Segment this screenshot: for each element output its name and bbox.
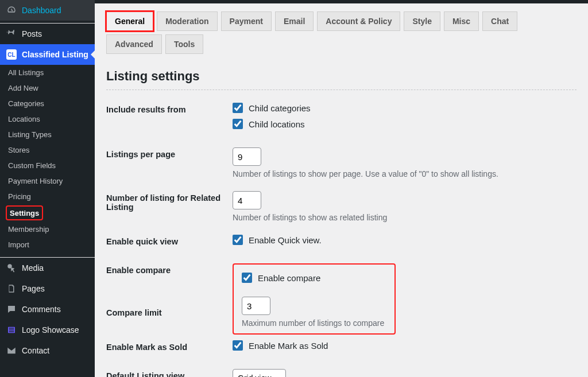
label-include-results: Include results from xyxy=(106,103,233,114)
checkbox-enable-compare[interactable]: Enable compare xyxy=(242,273,384,283)
checkbox-input[interactable] xyxy=(233,119,243,129)
sidebar-item-classified-listing[interactable]: CL Classified Listing xyxy=(0,44,95,65)
label-listings-per-page: Listings per page xyxy=(106,147,233,159)
sidebar-item-label: Media xyxy=(22,263,44,273)
settings-content: General Moderation Payment Email Account… xyxy=(95,0,588,377)
subitem-categories[interactable]: Categories xyxy=(0,96,95,111)
divider xyxy=(106,90,577,90)
tab-payment[interactable]: Payment xyxy=(221,11,272,31)
checkbox-child-locations[interactable]: Child locations xyxy=(233,119,577,129)
checkbox-input[interactable] xyxy=(233,340,243,351)
subitem-add-new[interactable]: Add New xyxy=(0,80,95,96)
sidebar-item-label: Dashboard xyxy=(22,6,61,15)
tab-chat[interactable]: Chat xyxy=(482,11,517,31)
checkbox-input[interactable] xyxy=(242,273,252,283)
sidebar-item-label: Posts xyxy=(22,29,42,38)
logo-showcase-icon xyxy=(6,324,17,336)
label-related-listing: Number of listing for Related Listing xyxy=(106,191,233,212)
svg-rect-2 xyxy=(9,328,14,329)
desc-compare-limit: Maximum number of listings to compare xyxy=(242,318,384,328)
subitem-payment-history[interactable]: Payment History xyxy=(0,173,95,189)
gauge-icon xyxy=(6,5,17,16)
settings-tabs: General Moderation Payment Email Account… xyxy=(106,11,577,54)
input-compare-limit[interactable] xyxy=(242,297,270,315)
svg-rect-4 xyxy=(9,331,14,332)
label-mark-sold: Enable Mark as Sold xyxy=(106,340,233,352)
checkbox-input[interactable] xyxy=(233,103,243,113)
subitem-membership[interactable]: Membership xyxy=(0,221,95,237)
classified-icon: CL xyxy=(6,49,17,60)
admin-sidebar: Dashboard Posts CL Classified Listing Al… xyxy=(0,0,95,377)
subitem-import[interactable]: Import xyxy=(0,237,95,252)
tab-moderation[interactable]: Moderation xyxy=(157,11,217,31)
tab-email[interactable]: Email xyxy=(275,11,314,31)
subitem-all-listings[interactable]: All Listings xyxy=(0,65,95,80)
label-quick-view: Enable quick view xyxy=(106,235,233,246)
subitem-locations[interactable]: Locations xyxy=(0,111,95,127)
mail-icon xyxy=(6,345,17,356)
tab-tools[interactable]: Tools xyxy=(165,34,203,54)
sidebar-item-logo-showcase[interactable]: Logo Showcase xyxy=(0,320,95,340)
media-icon xyxy=(6,262,17,274)
subitem-custom-fields[interactable]: Custom Fields xyxy=(0,158,95,173)
checkbox-mark-sold[interactable]: Enable Mark as Sold xyxy=(233,340,577,351)
checkbox-quick-view[interactable]: Enable Quick view. xyxy=(233,235,577,245)
sidebar-item-comments[interactable]: Comments xyxy=(0,299,95,320)
label-compare-limit: Compare limit xyxy=(106,306,233,317)
tab-advanced[interactable]: Advanced xyxy=(106,34,162,54)
label-default-view: Default Listing view xyxy=(106,369,233,377)
sidebar-item-dashboard[interactable]: Dashboard xyxy=(0,0,95,21)
sidebar-item-label: Classified Listing xyxy=(22,50,88,59)
sidebar-item-label: Comments xyxy=(22,305,61,314)
sidebar-item-label: Contact xyxy=(22,346,49,355)
sidebar-item-label: Pages xyxy=(22,284,45,293)
checkbox-input[interactable] xyxy=(233,235,243,245)
sidebar-item-label: Logo Showcase xyxy=(22,325,79,335)
tab-general[interactable]: General xyxy=(106,11,153,31)
subitem-settings[interactable]: Settings xyxy=(10,209,39,217)
input-listings-per-page[interactable] xyxy=(233,147,261,166)
checkbox-child-categories[interactable]: Child categories xyxy=(233,103,577,113)
desc-listings-per-page: Number of listings to show per page. Use… xyxy=(233,169,577,178)
subitem-listing-types[interactable]: Listing Types xyxy=(0,127,95,142)
sidebar-item-media[interactable]: Media xyxy=(0,258,95,278)
input-related-listing[interactable] xyxy=(233,191,261,209)
page-title: Listing settings xyxy=(106,69,577,84)
svg-rect-3 xyxy=(9,329,14,331)
sidebar-item-posts[interactable]: Posts xyxy=(0,24,95,44)
comment-icon xyxy=(6,304,17,315)
tab-misc[interactable]: Misc xyxy=(444,11,479,31)
subitem-pricing[interactable]: Pricing xyxy=(0,189,95,204)
subitem-stores[interactable]: Stores xyxy=(0,142,95,158)
select-default-view[interactable]: Grid view xyxy=(233,369,286,377)
label-enable-compare: Enable compare xyxy=(106,263,233,275)
page-icon xyxy=(6,283,17,294)
pin-icon xyxy=(6,28,17,40)
tab-style[interactable]: Style xyxy=(404,11,440,31)
sidebar-item-contact[interactable]: Contact xyxy=(0,340,95,361)
sidebar-item-pages[interactable]: Pages xyxy=(0,278,95,299)
compare-highlight-group: Enable compare Maximum number of listing… xyxy=(233,263,396,335)
desc-related-listing: Number of listings to show as related li… xyxy=(233,213,577,222)
tab-account-policy[interactable]: Account & Policy xyxy=(317,11,400,31)
